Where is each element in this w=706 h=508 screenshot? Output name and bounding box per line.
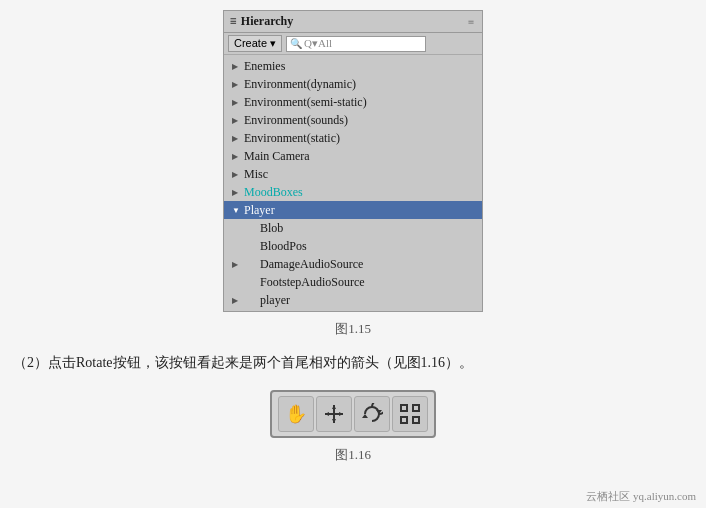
item-label: MoodBoxes (244, 185, 303, 200)
item-label: Blob (260, 221, 283, 236)
item-label: Enemies (244, 59, 285, 74)
item-label: Main Camera (244, 149, 310, 164)
item-label: FootstepAudioSource (260, 275, 365, 290)
hierarchy-panel: ≡ Hierarchy ＝ Create ▾ 🔍 Q▾All ▶Enemies▶… (223, 10, 483, 312)
hierarchy-icon: ≡ (230, 14, 237, 29)
item-label: BloodPos (260, 239, 307, 254)
hierarchy-item[interactable]: ▶Enemies (224, 57, 482, 75)
hierarchy-item[interactable]: ▶Environment(dynamic) (224, 75, 482, 93)
hierarchy-caption: 图1.15 (335, 320, 371, 338)
svg-marker-4 (325, 412, 329, 416)
item-label: Misc (244, 167, 268, 182)
toolbar-caption: 图1.16 (335, 446, 371, 464)
svg-rect-10 (401, 417, 407, 423)
item-arrow-icon: ▶ (232, 152, 240, 161)
svg-marker-2 (332, 405, 336, 409)
item-label: Environment(sounds) (244, 113, 348, 128)
toolbar-btn-move[interactable] (316, 396, 352, 432)
hierarchy-item[interactable]: ▶DamageAudioSource (224, 255, 482, 273)
hierarchy-title-bar: ≡ Hierarchy ＝ (224, 11, 482, 33)
toolbar-btn-scale[interactable] (392, 396, 428, 432)
svg-rect-11 (413, 417, 419, 423)
item-label: Player (244, 203, 275, 218)
svg-rect-9 (413, 405, 419, 411)
text-paragraph: （2）点击Rotate按钮，该按钮看起来是两个首尾相对的箭头（见图1.16）。 (13, 352, 693, 374)
item-arrow-icon: ▶ (232, 134, 240, 143)
item-label: player (260, 293, 290, 308)
toolbar-btn-rotate[interactable] (354, 396, 390, 432)
svg-marker-6 (362, 414, 368, 418)
item-arrow-icon: ▶ (232, 98, 240, 107)
hierarchy-item[interactable]: Blob (224, 219, 482, 237)
search-placeholder: Q▾All (304, 37, 332, 50)
item-arrow-icon: ▼ (232, 206, 240, 215)
hierarchy-menu-icon: ＝ (466, 15, 476, 29)
item-label: Environment(dynamic) (244, 77, 356, 92)
hierarchy-item[interactable]: BloodPos (224, 237, 482, 255)
hierarchy-item[interactable]: ▶Misc (224, 165, 482, 183)
create-button[interactable]: Create ▾ (228, 35, 282, 52)
toolbar-box: ✋ (270, 390, 436, 438)
item-label: Environment(static) (244, 131, 340, 146)
hierarchy-item[interactable]: ▼Player (224, 201, 482, 219)
toolbar-panel: ✋ (270, 390, 436, 438)
hierarchy-label: Hierarchy (241, 14, 293, 29)
hierarchy-item[interactable]: ▶Environment(semi-static) (224, 93, 482, 111)
item-arrow-icon: ▶ (232, 188, 240, 197)
hierarchy-item[interactable]: ▶Environment(static) (224, 129, 482, 147)
search-icon: 🔍 (290, 38, 302, 49)
hierarchy-item[interactable]: ▶MoodBoxes (224, 183, 482, 201)
svg-marker-3 (332, 419, 336, 423)
item-arrow-icon: ▶ (232, 296, 240, 305)
svg-marker-5 (339, 412, 343, 416)
watermark: 云栖社区 yq.aliyun.com (0, 489, 706, 504)
toolbar-btn-hand[interactable]: ✋ (278, 396, 314, 432)
hierarchy-item[interactable]: ▶Main Camera (224, 147, 482, 165)
item-arrow-icon: ▶ (232, 116, 240, 125)
item-arrow-icon: ▶ (232, 260, 240, 269)
hierarchy-item[interactable]: ▶Environment(sounds) (224, 111, 482, 129)
item-arrow-icon: ▶ (232, 80, 240, 89)
item-arrow-icon: ▶ (232, 62, 240, 71)
search-box[interactable]: 🔍 Q▾All (286, 36, 426, 52)
hierarchy-item[interactable]: FootstepAudioSource (224, 273, 482, 291)
hierarchy-toolbar: Create ▾ 🔍 Q▾All (224, 33, 482, 55)
item-label: DamageAudioSource (260, 257, 363, 272)
svg-rect-8 (401, 405, 407, 411)
item-label: Environment(semi-static) (244, 95, 367, 110)
hierarchy-items: ▶Enemies▶Environment(dynamic)▶Environmen… (224, 55, 482, 311)
hierarchy-item[interactable]: ▶player (224, 291, 482, 309)
hierarchy-title: ≡ Hierarchy (230, 14, 293, 29)
item-arrow-icon: ▶ (232, 170, 240, 179)
